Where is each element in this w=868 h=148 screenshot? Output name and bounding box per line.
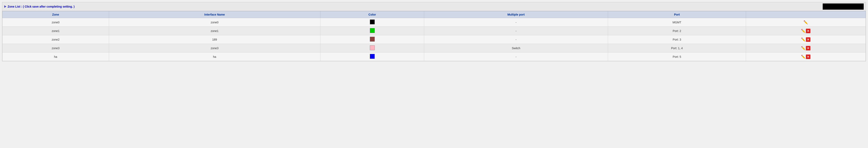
- table-row: zone1zone1-Port: 2✏️✕: [2, 27, 866, 35]
- table-header-row: Zone Interface Name Color Multiple port …: [2, 11, 866, 18]
- cell-color: [320, 18, 424, 27]
- cell-color: [320, 27, 424, 35]
- color-swatch[interactable]: [370, 37, 375, 41]
- cell-actions: ✏️✕: [746, 27, 866, 35]
- cell-zone: zone2: [2, 35, 109, 44]
- zone-list-title: Zone List : ( Click save after completin…: [4, 5, 74, 8]
- col-zone: Zone: [2, 11, 109, 18]
- col-interface-name: Interface Name: [109, 11, 320, 18]
- edit-button[interactable]: ✏️: [803, 20, 808, 25]
- cell-port: Port: 2: [608, 27, 746, 35]
- edit-button[interactable]: ✏️: [801, 37, 805, 42]
- cell-actions: ✏️✕: [746, 53, 866, 61]
- color-swatch[interactable]: [370, 54, 375, 59]
- cell-multiple-port: -: [424, 53, 608, 61]
- cell-multiple-port: -: [424, 18, 608, 27]
- table-row: zone3zone3SwitchPort: 1, 4✏️✕: [2, 44, 866, 53]
- header-black-box: [823, 3, 864, 10]
- edit-button[interactable]: ✏️: [801, 46, 805, 51]
- zone-table: Zone Interface Name Color Multiple port …: [2, 11, 866, 61]
- cell-multiple-port: Switch: [424, 44, 608, 53]
- delete-button[interactable]: ✕: [806, 37, 810, 42]
- cell-port: Port: 1, 4: [608, 44, 746, 53]
- cell-zone: zone3: [2, 44, 109, 53]
- zone-list-container: Zone List : ( Click save after completin…: [2, 2, 866, 61]
- col-multiple-port: Multiple port: [424, 11, 608, 18]
- cell-zone: zone1: [2, 27, 109, 35]
- delete-button[interactable]: ✕: [806, 29, 810, 33]
- zone-list-heading: Zone List : ( Click save after completin…: [8, 5, 74, 8]
- color-swatch[interactable]: [370, 20, 375, 24]
- triangle-icon: [4, 5, 6, 8]
- cell-port: Port: 3: [608, 35, 746, 44]
- edit-button[interactable]: ✏️: [801, 55, 805, 59]
- cell-zone: zone0: [2, 18, 109, 27]
- cell-interface-name: 189: [109, 35, 320, 44]
- cell-interface-name: zone0: [109, 18, 320, 27]
- color-swatch[interactable]: [370, 45, 375, 50]
- cell-interface-name: zone1: [109, 27, 320, 35]
- delete-button[interactable]: ✕: [806, 46, 810, 51]
- delete-button[interactable]: ✕: [806, 55, 810, 59]
- col-actions: [746, 11, 866, 18]
- zone-list-header: Zone List : ( Click save after completin…: [2, 2, 866, 11]
- cell-multiple-port: -: [424, 27, 608, 35]
- cell-color: [320, 44, 424, 53]
- table-row: zone0zone0-MGMT✏️: [2, 18, 866, 27]
- cell-actions: ✏️✕: [746, 35, 866, 44]
- table-row: zone2189-Port: 3✏️✕: [2, 35, 866, 44]
- cell-actions: ✏️✕: [746, 44, 866, 53]
- cell-color: [320, 35, 424, 44]
- cell-interface-name: ha: [109, 53, 320, 61]
- cell-port: MGMT: [608, 18, 746, 27]
- cell-multiple-port: -: [424, 35, 608, 44]
- cell-color: [320, 53, 424, 61]
- col-color: Color: [320, 11, 424, 18]
- table-row: haha-Port: 5✏️✕: [2, 53, 866, 61]
- col-port: Port: [608, 11, 746, 18]
- edit-button[interactable]: ✏️: [801, 29, 805, 33]
- cell-zone: ha: [2, 53, 109, 61]
- color-swatch[interactable]: [370, 28, 375, 33]
- cell-interface-name: zone3: [109, 44, 320, 53]
- cell-port: Port: 5: [608, 53, 746, 61]
- cell-actions: ✏️: [746, 18, 866, 27]
